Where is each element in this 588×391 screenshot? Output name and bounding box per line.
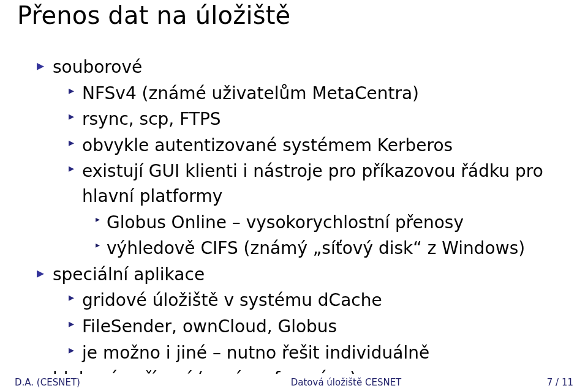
subbullet-dcache: gridové úložiště v systému dCache (69, 288, 564, 313)
subbullet-individ: je možno i jiné – nutno řešit individuál… (69, 341, 564, 366)
footer-page: 7 / 11 (500, 377, 588, 388)
bullet-souborove: souborové NFSv4 (známé uživatelům MetaCe… (37, 55, 564, 261)
footer-title: Datová úložiště CESNET (192, 377, 500, 388)
slide: Přenos dat na úložiště souborové NFSv4 (… (0, 0, 588, 391)
bullet-spec-aplikace: speciální aplikace gridové úložiště v sy… (37, 263, 564, 365)
bullet-label: speciální aplikace (53, 264, 205, 285)
subbullet-gui: existují GUI klienti i nástroje pro přík… (69, 159, 564, 261)
footer: D.A. (CESNET) Datová úložiště CESNET 7 /… (0, 374, 588, 391)
subsubbullet-cifs: výhledově CIFS (známý „síťový disk“ z Wi… (96, 236, 564, 261)
subbullet-gui-label: existují GUI klienti i nástroje pro přík… (82, 161, 543, 206)
slide-title: Přenos dat na úložiště (17, 1, 290, 29)
bullet-label: souborové (53, 57, 142, 77)
subbullet-rsync: rsync, scp, FTPS (69, 107, 564, 132)
subbullet-filesender: FileSender, ownCloud, Globus (69, 315, 564, 340)
subbullet-nfsv4: NFSv4 (známé uživatelům MetaCentra) (69, 81, 564, 106)
slide-content: souborové NFSv4 (známé uživatelům MetaCe… (37, 55, 564, 391)
subsubbullet-globus: Globus Online – vysokorychlostní přenosy (96, 210, 564, 236)
footer-author: D.A. (CESNET) (0, 377, 192, 388)
subbullet-kerberos: obvykle autentizované systémem Kerberos (69, 133, 564, 158)
